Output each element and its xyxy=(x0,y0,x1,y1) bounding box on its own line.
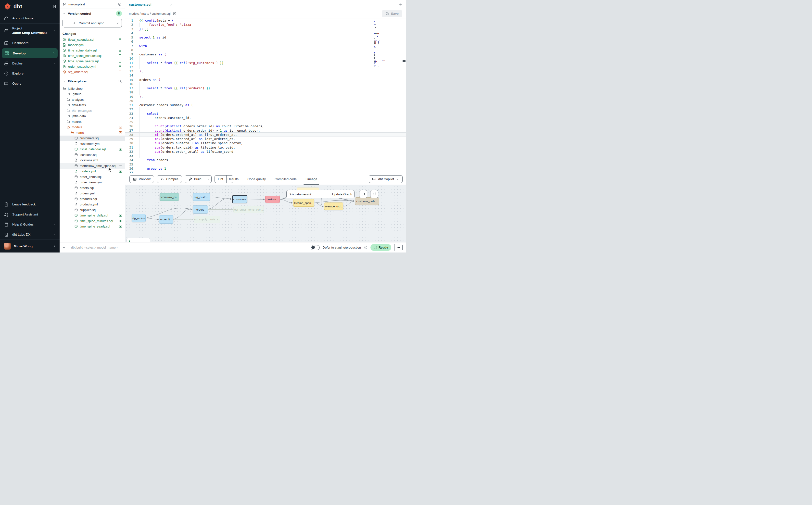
tree-item-time-spine-minutes-sql[interactable]: time_spine_minutes.sql xyxy=(59,218,125,224)
tree-item-dbt-packages[interactable]: dbt_packages xyxy=(59,108,125,114)
sidebar-user[interactable]: Mirna Wong xyxy=(0,240,59,252)
compile-button[interactable]: Compile xyxy=(157,175,182,183)
command-input[interactable]: dbt build --select <model_name> xyxy=(71,245,118,249)
tree-item-macros[interactable]: macros xyxy=(59,119,125,125)
sidebar-item-project[interactable]: ProjectJaffle Shop Snowflake xyxy=(0,23,59,38)
tree-item--github[interactable]: .github xyxy=(59,92,125,97)
commit-and-sync-button[interactable]: Commit and sync xyxy=(62,19,122,27)
stage-plus-icon[interactable] xyxy=(119,213,122,217)
fullscreen-button[interactable] xyxy=(359,190,367,198)
build-button[interactable]: Build xyxy=(185,175,211,183)
change-row[interactable]: order_snapshot.yml xyxy=(59,64,125,69)
stage-plus-icon[interactable] xyxy=(118,54,122,57)
lineage-node-orders[interactable]: orders xyxy=(193,205,208,213)
change-row[interactable]: models.yml xyxy=(59,42,125,47)
sidebar-item-dbt-labs-dx[interactable]: dbt Labs DX xyxy=(0,229,59,239)
tab-code-quality[interactable]: Code quality xyxy=(248,173,266,185)
tree-item-products-yml[interactable]: products.yml xyxy=(59,202,125,207)
modified-dot-icon[interactable] xyxy=(118,70,122,74)
sidebar-item-account-home[interactable]: Account home xyxy=(0,13,59,23)
update-graph-button[interactable]: Update Graph xyxy=(330,190,354,198)
stage-plus-icon[interactable] xyxy=(119,219,122,223)
tree-item-analyses[interactable]: analyses xyxy=(59,97,125,103)
tree-item-locations-sql[interactable]: locations.sql xyxy=(59,152,125,158)
lineage-node-stg_orders[interactable]: stg_orders xyxy=(132,214,146,222)
close-icon[interactable] xyxy=(169,3,173,6)
lineage-node-order_items[interactable]: order_it... xyxy=(159,215,173,223)
kebab-icon[interactable] xyxy=(119,164,122,168)
version-control-header[interactable]: Version control 8 xyxy=(59,9,125,18)
modified-dot-icon[interactable] xyxy=(119,131,122,135)
tree-item-time-spine-yearly-sql[interactable]: time_spine_yearly.sql xyxy=(59,224,125,229)
tree-item-data-tests[interactable]: data-tests xyxy=(59,103,125,108)
save-button[interactable]: Save xyxy=(382,10,402,17)
tree-item-products-sql[interactable]: products.sql xyxy=(59,196,125,202)
sidebar-item-dashboard[interactable]: Dashboard xyxy=(0,38,59,48)
stage-plus-icon[interactable] xyxy=(118,43,122,47)
tree-item-time-spine-daily-sql[interactable]: time_spine_daily.sql xyxy=(59,213,125,218)
zoom-out-icon[interactable] xyxy=(140,241,143,241)
lineage-filter-input[interactable]: 2+customers+2 xyxy=(287,190,330,198)
tree-item-jaffle-shop[interactable]: jaffle-shop xyxy=(59,86,125,92)
lineage-node-stg_customers[interactable]: stg_custo... xyxy=(193,193,210,201)
sidebar-item-help-guides[interactable]: Help & Guides xyxy=(0,219,59,229)
new-tab-button[interactable] xyxy=(398,2,402,7)
stage-plus-icon[interactable] xyxy=(118,59,122,63)
tree-item-order-items-sql[interactable]: order_items.sql xyxy=(59,174,125,180)
stage-plus-icon[interactable] xyxy=(118,65,122,68)
change-row[interactable]: stg_orders.sql xyxy=(59,69,125,74)
stage-plus-icon[interactable] xyxy=(118,48,122,52)
lineage-canvas[interactable]: 2+customers+2 Update Graph ecom.raw_cu..… xyxy=(125,185,406,242)
chevron-up-icon[interactable] xyxy=(62,245,66,249)
modified-dot-icon[interactable] xyxy=(119,125,122,129)
code-pane[interactable]: {{ config(meta = { 'favorite_food': 'piz… xyxy=(136,18,406,173)
tree-item-models[interactable]: models xyxy=(59,125,125,130)
change-row[interactable]: time_spine_yearly.sql xyxy=(59,58,125,64)
lineage-node-customers[interactable]: customers xyxy=(232,195,248,203)
tab-compiled-code[interactable]: Compiled code xyxy=(275,173,297,185)
tree-item-customers-sql[interactable]: customers.sql xyxy=(59,136,125,141)
tree-item-locations-yml[interactable]: locations.yml xyxy=(59,158,125,163)
sidebar-item-develop[interactable]: Develop xyxy=(2,48,57,58)
stage-plus-icon[interactable] xyxy=(119,224,122,228)
lineage-node-lifetime_spend[interactable]: lifetime_spen... xyxy=(293,199,314,207)
sidebar-item-query[interactable]: Query xyxy=(0,78,59,89)
sidebar-item-deploy[interactable]: Deploy xyxy=(0,58,59,68)
lineage-node-test_supply[interactable]: test_supply_costs_s... xyxy=(194,216,220,223)
tab-customers-sql[interactable]: customers.sql xyxy=(125,0,176,9)
tab-lineage[interactable]: Lineage xyxy=(306,173,317,185)
more-options-button[interactable] xyxy=(394,244,402,251)
sidebar-item-leave-feedback[interactable]: Leave feedback xyxy=(0,199,59,209)
dbt-copilot-button[interactable]: dbt Copilot xyxy=(369,175,402,183)
tab-results[interactable]: Results xyxy=(227,173,238,185)
editor-scrollbar[interactable] xyxy=(402,60,405,62)
help-icon[interactable] xyxy=(364,245,367,249)
lineage-zoom-control[interactable] xyxy=(127,238,150,242)
stage-plus-icon[interactable] xyxy=(118,38,122,41)
stage-plus-icon[interactable] xyxy=(119,147,122,151)
defer-toggle[interactable] xyxy=(311,245,320,250)
build-options-caret[interactable] xyxy=(205,176,211,183)
tree-item-order-items-yml[interactable]: order_items.yml xyxy=(59,180,125,185)
copilot-compass-icon[interactable] xyxy=(173,11,177,16)
sidebar-item-explore[interactable]: Explore xyxy=(0,68,59,78)
change-row[interactable]: time_spine_daily.sql xyxy=(59,47,125,53)
file-explorer-header[interactable]: File explorer xyxy=(59,76,125,86)
code-editor[interactable]: 1234567891011121314151617181920212223242… xyxy=(125,18,406,173)
preview-button[interactable]: Preview xyxy=(130,175,154,183)
lineage-node-average_order[interactable]: average_ord... xyxy=(324,202,343,210)
lineage-node-test_order_items[interactable]: test_order_items_com... xyxy=(233,206,264,213)
minimap[interactable] xyxy=(374,20,392,68)
copy-branch-icon[interactable] xyxy=(118,2,122,6)
search-icon[interactable] xyxy=(118,79,122,83)
tree-item-models-yml[interactable]: models.yml xyxy=(59,169,125,174)
commit-options-caret[interactable] xyxy=(114,19,122,27)
sidebar-collapse-icon[interactable] xyxy=(51,4,56,9)
tree-item-metricflow-time-spine-sql[interactable]: metricflow_time_spine.sql xyxy=(59,163,125,169)
tree-item-jaffle-data[interactable]: jaffle-data xyxy=(59,114,125,119)
lineage-node-customer_conv[interactable]: custom... xyxy=(265,196,280,203)
tree-item-customers-yml[interactable]: customers.yml xyxy=(59,141,125,147)
stage-plus-icon[interactable] xyxy=(119,169,122,173)
change-row[interactable]: time_spine_minutes.sql xyxy=(59,53,125,58)
tree-item-orders-yml[interactable]: orders.yml xyxy=(59,191,125,196)
